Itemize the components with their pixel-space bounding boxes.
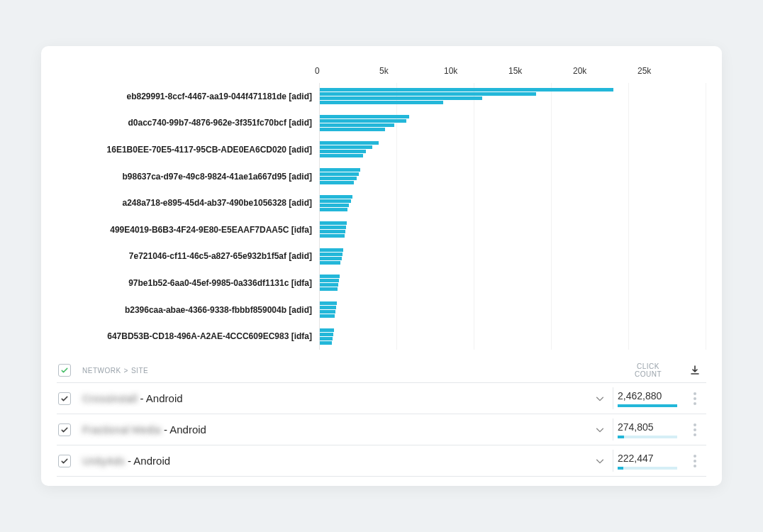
bar bbox=[320, 128, 385, 131]
row-checkbox[interactable] bbox=[58, 423, 71, 436]
check-icon bbox=[60, 426, 69, 434]
bar bbox=[320, 301, 337, 305]
bar bbox=[320, 141, 379, 145]
expand-row[interactable] bbox=[587, 394, 613, 404]
click-count-header[interactable]: CLICK COUNT bbox=[613, 362, 684, 378]
network-table: NETWORK > SITE CLICK COUNT Crossinstall … bbox=[57, 360, 706, 477]
network-name: UnityAds - Android bbox=[82, 455, 587, 467]
bar bbox=[320, 279, 339, 282]
table-row: Crossinstall - Android2,462,880 bbox=[57, 383, 706, 414]
bar bbox=[320, 341, 332, 345]
bar-group bbox=[320, 270, 706, 297]
bar bbox=[320, 306, 336, 309]
y-tick-label: eb829991-8ccf-4467-aa19-044f471181de [ad… bbox=[57, 83, 312, 110]
click-count-bar bbox=[618, 404, 677, 407]
y-tick-label: b98637ca-d97e-49c8-9824-41ae1a667d95 [ad… bbox=[57, 163, 312, 190]
y-tick-label: b2396caa-abae-4366-9338-fbbbf859004b [ad… bbox=[57, 297, 312, 323]
bar bbox=[320, 234, 345, 238]
chevron-down-icon bbox=[595, 425, 605, 435]
platform-suffix: - Android bbox=[128, 455, 170, 467]
click-count-bar bbox=[618, 467, 677, 470]
x-tick: 25k bbox=[637, 66, 702, 76]
bar bbox=[320, 195, 352, 199]
bar bbox=[320, 115, 409, 118]
download-button[interactable] bbox=[684, 365, 706, 376]
breadcrumb-site: SITE bbox=[131, 367, 148, 375]
bar bbox=[320, 177, 357, 180]
bar bbox=[320, 328, 334, 332]
bar-group bbox=[320, 163, 706, 190]
breadcrumb: NETWORK > SITE bbox=[82, 367, 587, 375]
bar bbox=[320, 283, 338, 287]
bar bbox=[320, 150, 366, 153]
x-axis: 0 5k 10k 15k 20k 25k bbox=[57, 66, 706, 83]
redacted-text: Fractional Media bbox=[82, 423, 161, 436]
bar bbox=[320, 181, 354, 184]
row-checkbox[interactable] bbox=[58, 455, 71, 467]
network-name: Fractional Media - Android bbox=[82, 423, 587, 436]
row-menu-button[interactable] bbox=[684, 455, 706, 467]
check-icon bbox=[60, 394, 69, 403]
bar bbox=[320, 287, 338, 291]
y-tick-label: d0acc740-99b7-4876-962e-3f351fc70bcf [ad… bbox=[57, 110, 312, 137]
bar-group bbox=[320, 189, 706, 216]
bar bbox=[320, 314, 335, 318]
bar bbox=[320, 257, 342, 260]
chevron-down-icon bbox=[595, 394, 605, 404]
bar bbox=[320, 101, 443, 104]
bar bbox=[320, 275, 340, 278]
row-menu-button[interactable] bbox=[684, 423, 706, 436]
check-icon bbox=[60, 366, 69, 375]
y-tick-label: 97be1b52-6aa0-45ef-9985-0a336df1131c [id… bbox=[57, 270, 312, 297]
bar-group bbox=[320, 323, 706, 350]
click-distribution-chart: 0 5k 10k 15k 20k 25k eb829991-8ccf-4467-… bbox=[57, 66, 706, 350]
bar bbox=[320, 172, 359, 176]
bar bbox=[320, 226, 346, 229]
bar bbox=[320, 261, 340, 265]
table-row: UnityAds - Android222,447 bbox=[57, 445, 706, 477]
click-count-bar bbox=[618, 436, 677, 438]
y-tick-label: 16E1B0EE-70E5-4117-95CB-ADE0EA6CD020 [ad… bbox=[57, 136, 312, 163]
check-icon bbox=[60, 457, 69, 465]
expand-row[interactable] bbox=[587, 456, 613, 466]
x-tick: 0 bbox=[315, 66, 379, 76]
click-count-cell: 2,462,880 bbox=[613, 387, 684, 409]
platform-suffix: - Android bbox=[164, 423, 206, 436]
bar bbox=[320, 88, 613, 92]
y-axis-labels: eb829991-8ccf-4467-aa19-044f471181de [ad… bbox=[57, 83, 319, 350]
y-tick-label: a248a718-e895-45d4-ab37-490be1056328 [ad… bbox=[57, 189, 312, 216]
redacted-text: Crossinstall bbox=[82, 392, 138, 404]
bar bbox=[320, 204, 349, 207]
bar-group bbox=[320, 110, 706, 137]
breadcrumb-sep: > bbox=[124, 367, 128, 375]
row-checkbox[interactable] bbox=[58, 392, 71, 405]
click-count-value: 222,447 bbox=[618, 453, 654, 464]
click-count-value: 2,462,880 bbox=[618, 390, 662, 401]
breadcrumb-network: NETWORK bbox=[82, 367, 121, 375]
bar-group bbox=[320, 243, 706, 270]
bar-group bbox=[320, 83, 706, 110]
click-count-cell: 222,447 bbox=[613, 450, 684, 472]
bar bbox=[320, 253, 342, 256]
row-menu-button[interactable] bbox=[684, 392, 706, 405]
bar bbox=[320, 199, 351, 203]
bar bbox=[320, 123, 394, 127]
click-count-value: 274,805 bbox=[618, 421, 654, 433]
y-tick-label: 647BD53B-CD18-496A-A2AE-4CCC609EC983 [id… bbox=[57, 323, 312, 350]
select-all-checkbox[interactable] bbox=[58, 364, 71, 377]
platform-suffix: - Android bbox=[140, 392, 183, 404]
y-tick-label: 7e721046-cf11-46c5-a827-65e932b1f5af [ad… bbox=[57, 243, 312, 270]
bar bbox=[320, 168, 360, 172]
x-tick: 15k bbox=[508, 66, 573, 76]
table-header: NETWORK > SITE CLICK COUNT bbox=[57, 360, 706, 383]
x-tick: 20k bbox=[573, 66, 637, 76]
bar bbox=[320, 221, 347, 225]
bar bbox=[320, 96, 482, 100]
bar bbox=[320, 333, 333, 336]
x-tick: 10k bbox=[444, 66, 508, 76]
expand-row[interactable] bbox=[587, 425, 613, 435]
bar bbox=[320, 230, 345, 233]
bar bbox=[320, 92, 536, 96]
x-tick: 5k bbox=[379, 66, 444, 76]
bar bbox=[320, 154, 363, 157]
